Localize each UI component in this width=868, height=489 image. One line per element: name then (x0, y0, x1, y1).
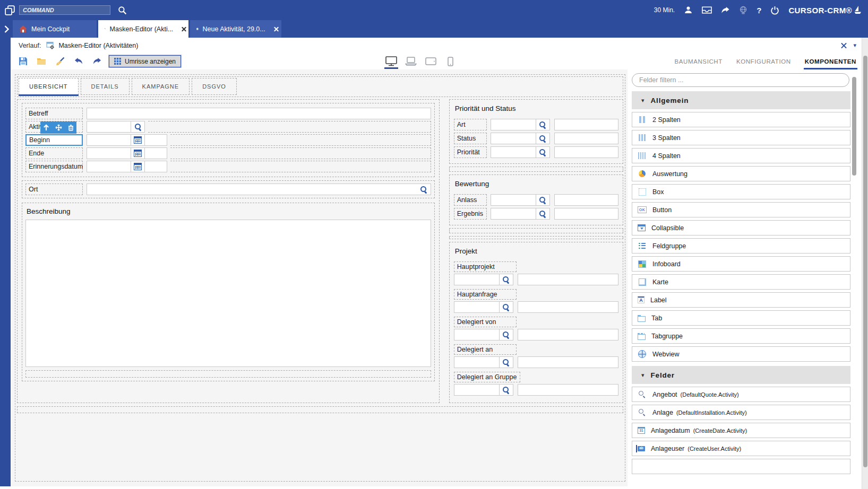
lookup-button[interactable] (500, 301, 513, 313)
field-description-input[interactable] (518, 329, 618, 340)
component-item[interactable]: 3 Spalten (632, 130, 850, 145)
panel-tab[interactable]: BAUMANSICHT (675, 53, 723, 69)
field-description-input[interactable] (554, 146, 618, 158)
undo-icon[interactable] (73, 56, 84, 67)
drag-move-icon[interactable] (55, 124, 62, 131)
date-picker-button[interactable] (131, 147, 145, 159)
field-input[interactable] (491, 208, 536, 220)
field-label[interactable]: Priorität (454, 146, 487, 158)
form-tab[interactable]: DETAILS (81, 78, 130, 95)
field-label[interactable]: Ort (25, 184, 83, 195)
description-textarea[interactable] (25, 220, 431, 367)
field-item[interactable]: Anlageuser (CreateUser.Activity) (632, 441, 850, 456)
power-icon[interactable] (770, 6, 779, 15)
component-item[interactable]: Infoboard (632, 256, 850, 272)
date-picker-button[interactable] (131, 161, 145, 172)
field-label[interactable]: Status (454, 133, 487, 144)
field-description-input[interactable] (554, 119, 618, 130)
device-tablet-icon[interactable] (424, 55, 437, 68)
group-header-felder[interactable]: ▾ Felder (632, 366, 850, 384)
lookup-button[interactable] (536, 133, 550, 144)
component-item[interactable]: Webview (632, 346, 850, 362)
component-item[interactable]: 2 Spalten (632, 112, 850, 127)
lookup-button[interactable] (131, 121, 145, 133)
field-label[interactable]: Hauptprojekt (454, 261, 517, 272)
field-label[interactable]: Ergebnis (454, 208, 487, 220)
field-item-partial[interactable] (632, 459, 850, 474)
tab-mein-cockpit[interactable]: Mein Cockpit (13, 20, 97, 38)
field-input[interactable] (87, 184, 431, 195)
device-phone-icon[interactable] (444, 55, 457, 68)
field-label[interactable]: Delegiert von (454, 317, 517, 327)
field-description-input[interactable] (554, 133, 618, 144)
field-input[interactable] (87, 134, 131, 146)
web-icon[interactable] (739, 6, 747, 14)
field-description-input[interactable] (518, 274, 618, 285)
user-icon[interactable] (684, 6, 693, 14)
field-input[interactable] (454, 384, 500, 396)
component-item[interactable]: 4 Spalten (632, 148, 850, 163)
field-description-input[interactable] (554, 194, 618, 206)
lookup-button[interactable] (536, 208, 550, 220)
inbox-icon[interactable] (702, 6, 712, 14)
time-input[interactable] (145, 161, 167, 172)
field-input[interactable] (491, 119, 536, 130)
field-description-input[interactable] (518, 356, 618, 368)
field-label[interactable]: Betreff (25, 108, 83, 119)
field-input[interactable] (87, 108, 431, 119)
component-item[interactable]: Auswertung (632, 166, 850, 181)
command-input[interactable] (19, 5, 110, 15)
component-item[interactable]: Button (632, 202, 850, 217)
time-input[interactable] (145, 134, 167, 146)
field-label[interactable]: Delegiert an (454, 344, 517, 355)
component-item[interactable]: Tabgruppe (632, 328, 850, 344)
tab-neue-aktivitaet[interactable]: Neue Aktivität, 29.0... (190, 20, 281, 38)
form-tab[interactable]: KAMPAGNE (132, 78, 190, 95)
lookup-button[interactable] (500, 356, 513, 368)
field-input[interactable] (454, 356, 500, 368)
component-item[interactable]: Tab (632, 310, 850, 326)
description-label[interactable]: Beschreibung (25, 206, 431, 220)
chevron-right-icon[interactable] (0, 20, 13, 38)
field-item[interactable]: Anlage (DefaultInstallation.Activity) (632, 405, 850, 420)
close-icon[interactable] (274, 27, 275, 31)
field-description-input[interactable] (518, 301, 618, 313)
save-icon[interactable] (18, 56, 28, 67)
group-header-allgemein[interactable]: ▾ Allgemein (632, 91, 850, 109)
field-label[interactable]: Hauptanfrage (454, 289, 517, 300)
component-item[interactable]: Box (632, 184, 850, 199)
tab-masken-editor[interactable]: Masken-Editor (Akti... (98, 20, 188, 38)
field-input[interactable] (454, 301, 500, 313)
device-laptop-icon[interactable] (405, 55, 417, 68)
breadcrumb-item[interactable]: Masken-Editor (Aktivitäten) (46, 41, 138, 49)
field-label[interactable]: Anlass (454, 194, 487, 206)
layers-icon[interactable] (5, 5, 15, 15)
component-item[interactable]: Collapsible (632, 220, 850, 235)
field-input[interactable] (87, 147, 131, 159)
lookup-button[interactable] (536, 146, 550, 158)
component-item[interactable]: Label (632, 292, 850, 308)
chevron-down-icon[interactable]: ▾ (853, 42, 856, 49)
lookup-button[interactable] (500, 329, 513, 340)
field-label[interactable]: Ende (25, 147, 83, 159)
lookup-button[interactable] (536, 119, 550, 130)
field-label[interactable]: Art (454, 119, 487, 130)
panel-tab[interactable]: KOMPONENTEN (805, 53, 856, 69)
field-input[interactable] (491, 146, 536, 158)
field-label[interactable]: Erinnerungsdatum (25, 161, 83, 172)
lookup-button[interactable] (500, 274, 513, 285)
redo-icon[interactable] (92, 56, 102, 67)
open-folder-icon[interactable] (36, 56, 47, 67)
close-view-icon[interactable] (841, 42, 847, 48)
form-tab[interactable]: UBERSICHT (19, 78, 79, 95)
close-icon[interactable] (182, 27, 182, 31)
panel-tab[interactable]: KONFIGURATION (736, 53, 791, 69)
broom-icon[interactable] (55, 56, 65, 67)
delete-icon[interactable] (68, 125, 74, 131)
field-input[interactable] (491, 194, 536, 206)
field-label[interactable]: Delegiert an Gruppe (454, 372, 521, 382)
device-desktop-icon[interactable] (385, 55, 398, 68)
outline-toggle-button[interactable]: Umrisse anzeigen (109, 55, 181, 67)
component-item[interactable]: Feldgruppe (632, 238, 850, 254)
help-icon[interactable]: ? (757, 6, 761, 15)
